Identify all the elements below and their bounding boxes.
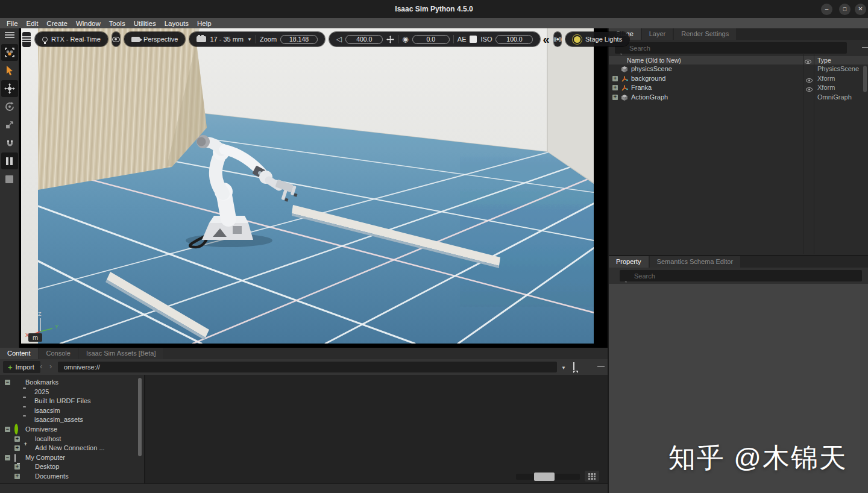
capture-button[interactable]: ((●)) xyxy=(554,32,561,46)
close-button[interactable] xyxy=(855,4,866,15)
type-column-header[interactable]: Type xyxy=(817,57,831,64)
tab-isaac-sim-assets[interactable]: Isaac Sim Assets [Beta] xyxy=(79,348,163,359)
menu-file[interactable]: File xyxy=(2,20,22,27)
back-button[interactable]: ‹ xyxy=(40,362,42,371)
stage-row-physicsscene[interactable]: physicsScene PhysicsScene xyxy=(609,64,868,74)
selection-mode-tool[interactable] xyxy=(1,44,18,61)
grid-view-button[interactable] xyxy=(585,471,599,482)
menu-create[interactable]: Create xyxy=(42,20,72,27)
stage-row-background[interactable]: background Xform xyxy=(609,74,868,84)
toolbar-menu-icon[interactable] xyxy=(5,32,14,38)
tree-item-add-new-connection[interactable]: Add New Connection ... xyxy=(0,444,144,453)
tree-item-my-computer[interactable]: My Computer xyxy=(0,453,144,463)
minimize-button[interactable] xyxy=(821,4,832,15)
expand-icon[interactable] xyxy=(612,95,618,100)
stage-lights-button[interactable]: Stage Lights xyxy=(565,32,629,46)
lens-zoom-group: 17 - 35 mm ▼ Zoom 18.148 xyxy=(189,32,325,46)
stage-row-franka[interactable]: Franka Xform xyxy=(609,83,868,93)
sun-icon xyxy=(574,36,580,43)
menu-help[interactable]: Help xyxy=(193,20,216,27)
tree-item-desktop[interactable]: Desktop xyxy=(0,462,144,472)
viewport: RTX - Real-Time Perspective 17 - 35 mm ▼… xyxy=(19,28,608,348)
viewport-settings-button[interactable] xyxy=(22,32,31,47)
expand-icon[interactable] xyxy=(14,464,20,469)
menu-window[interactable]: Window xyxy=(72,20,105,27)
visibility-button[interactable] xyxy=(112,32,120,46)
tab-console[interactable]: Console xyxy=(39,348,78,359)
menu-tools[interactable]: Tools xyxy=(105,20,130,27)
tab-property[interactable]: Property xyxy=(609,256,649,268)
property-search-input[interactable] xyxy=(620,270,862,281)
path-dropdown-icon[interactable]: ▼ xyxy=(561,365,566,371)
icon-size-slider[interactable] xyxy=(516,474,580,480)
omniverse-icon xyxy=(14,424,18,435)
slider-handle[interactable] xyxy=(534,473,555,481)
tab-semantics-schema-editor[interactable]: Semantics Schema Editor xyxy=(650,256,741,268)
expand-icon[interactable] xyxy=(14,445,20,451)
lens-label[interactable]: 17 - 35 mm xyxy=(210,36,244,43)
move-tool[interactable] xyxy=(1,80,18,97)
aperture-icon: ◉ xyxy=(402,36,408,43)
iso-value-field[interactable]: 100.0 xyxy=(495,35,533,44)
expand-icon[interactable] xyxy=(14,474,20,479)
maximize-button[interactable] xyxy=(839,4,851,15)
tree-item-documents[interactable]: Documents xyxy=(0,472,144,482)
tab-layer[interactable]: Layer xyxy=(642,28,673,40)
tab-render-settings[interactable]: Render Settings xyxy=(674,28,736,40)
stop-icon xyxy=(5,175,13,183)
tree-scrollbar[interactable] xyxy=(138,378,142,456)
import-button[interactable]: + Import xyxy=(3,361,40,373)
stage-search-input[interactable] xyxy=(615,42,847,54)
snap-tool[interactable] xyxy=(1,134,18,151)
scale-tool[interactable] xyxy=(1,116,18,133)
ae-checkbox[interactable] xyxy=(470,36,477,43)
renderer-button[interactable]: RTX - Real-Time xyxy=(35,32,108,46)
viewport-scene[interactable] xyxy=(21,28,594,344)
stage-row-actiongraph[interactable]: ActionGraph OmniGraph xyxy=(609,93,868,102)
cursor-icon xyxy=(5,65,14,76)
lens-icon xyxy=(197,36,206,42)
stop-button[interactable] xyxy=(1,171,18,187)
zoom-value-field[interactable]: 18.148 xyxy=(280,35,318,44)
collapse-icon[interactable] xyxy=(5,380,10,385)
expand-icon[interactable] xyxy=(612,76,618,81)
tab-content[interactable]: Content xyxy=(0,348,38,359)
tree-item-built-in-urdf-files[interactable]: Built In URDF Files xyxy=(0,397,144,406)
bookmark-icon[interactable] xyxy=(573,362,574,370)
name-column-header[interactable]: Name (Old to New) xyxy=(627,57,681,64)
tree-item-2025[interactable]: 2025 xyxy=(0,388,144,397)
expand-icon[interactable] xyxy=(14,436,20,442)
collapse-toolbar-icon[interactable]: « xyxy=(542,33,549,46)
chevron-down-icon[interactable]: ▼ xyxy=(247,37,252,42)
focal-distance-field[interactable]: 400.0 xyxy=(345,35,383,44)
menu-edit[interactable]: Edit xyxy=(22,20,43,27)
pause-button[interactable] xyxy=(1,152,18,169)
expand-icon[interactable] xyxy=(612,85,618,90)
path-input[interactable] xyxy=(58,362,557,372)
computer-icon xyxy=(14,454,16,462)
tree-item-localhost[interactable]: localhost xyxy=(0,435,144,444)
fstop-field[interactable]: 0.0 xyxy=(412,35,450,44)
camera-button[interactable]: Perspective xyxy=(124,32,185,46)
tree-item-isaacsim-assets[interactable]: isaacsim_assets xyxy=(0,415,144,425)
collapse-icon[interactable] xyxy=(5,427,10,432)
visibility-eye-icon[interactable] xyxy=(806,78,813,83)
tree-item-omniverse[interactable]: Omniverse xyxy=(0,425,144,435)
visibility-eye-icon[interactable] xyxy=(806,87,813,92)
ae-label: AE xyxy=(458,36,467,43)
stage-column-header[interactable]: Name (Old to New) Type xyxy=(609,56,868,64)
rotate-tool[interactable] xyxy=(1,98,18,115)
menu-layouts[interactable]: Layouts xyxy=(160,20,193,27)
center-target-icon[interactable] xyxy=(386,36,394,43)
focus-cone-icon[interactable]: ◁ xyxy=(336,36,342,43)
menu-utilities[interactable]: Utilities xyxy=(130,20,160,27)
file-grid-area[interactable] xyxy=(145,375,608,483)
tree-item-bookmarks[interactable]: Bookmarks xyxy=(0,378,144,388)
iso-label: ISO xyxy=(480,36,492,43)
sliders-icon xyxy=(22,36,31,42)
tree-item-isaacsim[interactable]: isaacsim xyxy=(0,406,144,416)
forward-button[interactable]: › xyxy=(49,362,52,371)
stage-scrollbar[interactable] xyxy=(863,66,867,92)
select-tool[interactable] xyxy=(1,62,18,79)
collapse-icon[interactable] xyxy=(5,455,10,460)
